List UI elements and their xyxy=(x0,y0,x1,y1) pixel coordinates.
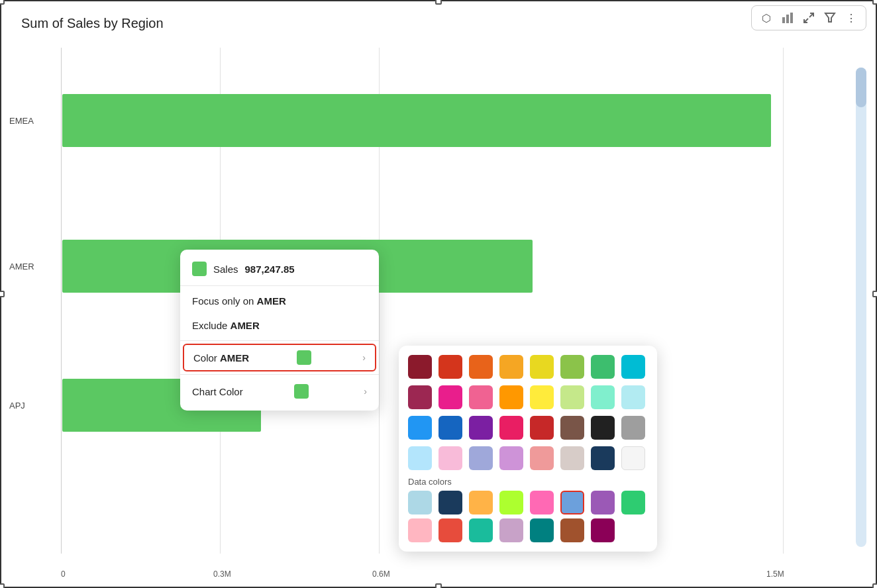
data-color-cell[interactable] xyxy=(591,491,615,514)
color-cell[interactable] xyxy=(438,446,462,470)
color-cell[interactable] xyxy=(591,385,615,409)
toolbar-chart-btn[interactable] xyxy=(778,9,797,27)
apj-label: APJ xyxy=(9,401,25,411)
x-label-03m: 0.3M xyxy=(213,569,231,579)
scrollbar-track[interactable] xyxy=(856,68,866,547)
menu-item-focus[interactable]: Focus only on AMER xyxy=(180,289,379,313)
color-cell[interactable] xyxy=(438,355,462,379)
menu-item-exclude[interactable]: Exclude AMER xyxy=(180,313,379,338)
color-cell[interactable] xyxy=(560,446,584,470)
resize-handle-mr[interactable] xyxy=(872,291,877,297)
color-amer-label: Color AMER xyxy=(193,352,249,364)
color-cell[interactable] xyxy=(438,416,462,440)
data-color-cell[interactable] xyxy=(530,518,554,542)
color-cell[interactable] xyxy=(530,416,554,440)
color-cell[interactable] xyxy=(408,385,432,409)
color-cell[interactable] xyxy=(469,446,493,470)
color-cell[interactable] xyxy=(530,385,554,409)
color-cell[interactable] xyxy=(621,385,645,409)
emea-bar[interactable] xyxy=(62,94,771,147)
grid-line-3 xyxy=(783,48,784,554)
data-color-cell[interactable] xyxy=(499,491,523,514)
toolbar-more-btn[interactable]: ⋮ xyxy=(842,9,860,27)
divider-3 xyxy=(180,374,379,375)
chart-color-arrow: › xyxy=(364,386,367,397)
sales-value: 987,247.85 xyxy=(245,264,295,275)
color-cell[interactable] xyxy=(438,385,462,409)
color-cell[interactable] xyxy=(408,416,432,440)
color-grid-row4 xyxy=(408,446,648,470)
menu-item-color-amer[interactable]: Color AMER › xyxy=(183,344,376,371)
svg-marker-5 xyxy=(825,13,835,22)
data-color-cell[interactable] xyxy=(591,518,615,542)
data-color-cell-selected[interactable] xyxy=(560,491,584,514)
color-cell[interactable] xyxy=(499,446,523,470)
data-colors-grid-row2 xyxy=(408,518,648,542)
x-label-0: 0 xyxy=(61,569,66,579)
toolbar-shape-btn[interactable]: ⬡ xyxy=(757,9,776,27)
color-cell[interactable] xyxy=(499,416,523,440)
color-amer-arrow: › xyxy=(362,352,366,363)
color-cell[interactable] xyxy=(621,416,645,440)
resize-handle-tl[interactable] xyxy=(0,0,5,5)
color-cell[interactable] xyxy=(591,446,615,470)
resize-handle-bl[interactable] xyxy=(0,583,5,588)
divider-2 xyxy=(180,340,379,341)
data-color-cell[interactable] xyxy=(530,491,554,514)
data-color-cell[interactable] xyxy=(408,518,432,542)
color-cell[interactable] xyxy=(560,355,584,379)
toolbar-expand-btn[interactable] xyxy=(800,9,818,27)
data-colors-label: Data colors xyxy=(408,477,648,487)
color-cell[interactable] xyxy=(499,385,523,409)
resize-handle-br[interactable] xyxy=(872,583,877,588)
color-cell[interactable] xyxy=(560,416,584,440)
color-grid-row3 xyxy=(408,416,648,440)
data-color-cell[interactable] xyxy=(560,518,584,542)
resize-handle-ml[interactable] xyxy=(0,291,5,297)
color-cell[interactable] xyxy=(530,355,554,379)
color-picker: Data colors xyxy=(399,346,657,552)
color-cell[interactable] xyxy=(530,446,554,470)
color-cell[interactable] xyxy=(560,385,584,409)
context-menu: Sales 987,247.85 Focus only on AMER Excl… xyxy=(180,250,379,411)
menu-item-chart-color[interactable]: Chart Color › xyxy=(180,377,379,405)
resize-handle-bc[interactable] xyxy=(435,583,442,588)
data-color-cell[interactable] xyxy=(621,491,645,514)
color-grid-row1 xyxy=(408,355,648,379)
color-cell[interactable] xyxy=(469,385,493,409)
toolbar: ⬡ ⋮ xyxy=(751,5,866,30)
svg-rect-1 xyxy=(786,15,789,23)
resize-handle-tc[interactable] xyxy=(435,0,442,5)
color-grid-row2 xyxy=(408,385,648,409)
color-cell[interactable] xyxy=(591,355,615,379)
data-color-cell[interactable] xyxy=(438,491,462,514)
color-cell[interactable] xyxy=(621,446,645,470)
emea-label: EMEA xyxy=(9,116,34,126)
color-cell[interactable] xyxy=(499,355,523,379)
data-colors-grid-row1 xyxy=(408,491,648,514)
resize-handle-tr[interactable] xyxy=(872,0,877,5)
color-cell[interactable] xyxy=(621,355,645,379)
chart-color-label: Chart Color xyxy=(192,386,243,397)
sales-color-swatch xyxy=(192,262,207,276)
color-cell[interactable] xyxy=(408,355,432,379)
data-color-cell[interactable] xyxy=(499,518,523,542)
svg-rect-2 xyxy=(790,13,793,23)
data-color-cell[interactable] xyxy=(469,491,493,514)
chart-color-swatch xyxy=(294,384,309,399)
color-cell[interactable] xyxy=(591,416,615,440)
divider-1 xyxy=(180,285,379,286)
data-color-cell[interactable] xyxy=(469,518,493,542)
toolbar-filter-btn[interactable] xyxy=(821,9,839,27)
color-cell[interactable] xyxy=(408,446,432,470)
color-cell[interactable] xyxy=(469,355,493,379)
chart-container: Sum of Sales by Region ⬡ ⋮ EMEA AMER xyxy=(0,0,877,588)
color-cell[interactable] xyxy=(469,416,493,440)
scrollbar-thumb[interactable] xyxy=(856,68,866,107)
x-label-15m: 1.5M xyxy=(766,569,784,579)
data-color-cell[interactable] xyxy=(408,491,432,514)
focus-label: Focus only on AMER xyxy=(192,295,286,307)
amer-label: AMER xyxy=(9,262,34,271)
data-color-cell[interactable] xyxy=(438,518,462,542)
chart-title: Sum of Sales by Region xyxy=(21,16,164,31)
